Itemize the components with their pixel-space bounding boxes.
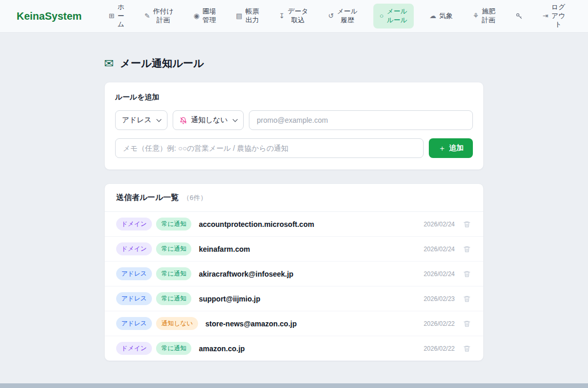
nav-item-label: ホーム (118, 3, 124, 30)
rule-address: akiracraftwork@infoseek.jp (199, 270, 293, 278)
address-input[interactable] (249, 110, 473, 130)
rule-action-badge: 常に通知 (156, 342, 191, 355)
add-rule-row-2: ＋ 追加 (115, 138, 473, 158)
nav-item-weather[interactable]: ☁気象 (425, 9, 457, 24)
trash-icon (463, 344, 471, 353)
nav-item-label: メール履歴 (337, 7, 358, 25)
trash-icon (463, 320, 471, 328)
page-title: ✉ メール通知ルール (104, 56, 484, 70)
rule-row: ドメイン常に通知amazon.co.jp2026/02/22 (105, 336, 483, 361)
nav-item-report-output[interactable]: ▤帳票出力 (232, 4, 263, 28)
horizontal-scrollbar[interactable] (0, 383, 588, 388)
rule-action-badge: 常に通知 (156, 242, 191, 255)
download-icon: ↧ (279, 12, 285, 21)
trash-icon (463, 220, 471, 228)
delete-rule-button[interactable] (462, 294, 472, 304)
rule-date: 2026/02/23 (424, 295, 455, 303)
document-icon: ▤ (236, 12, 242, 21)
delete-rule-button[interactable] (462, 343, 472, 354)
trash-icon (463, 270, 471, 278)
add-rule-button-label: 追加 (449, 143, 464, 153)
pin-icon: ◉ (193, 12, 199, 21)
rules-list: ドメイン常に通知accountprotection.microsoft.com2… (105, 212, 483, 361)
rule-address: keinafarm.com (199, 245, 250, 253)
rule-type-badge: アドレス (116, 292, 152, 305)
nav-item-label: 施肥計画 (482, 7, 495, 25)
chevron-down-icon (157, 117, 162, 122)
top-nav: KeinaSystem ⊞ホーム✎作付け計画◉圃場管理▤帳票出力↧データ取込↺メ… (0, 0, 588, 33)
cloud-icon: ☁ (429, 12, 436, 21)
pencil-icon: ✎ (144, 12, 150, 21)
trash-icon (463, 245, 471, 253)
rule-row: ドメイン常に通知keinafarm.com2026/02/24 (105, 237, 483, 262)
nav-item-planting-plan[interactable]: ✎作付け計画 (140, 4, 177, 28)
main-content: ✉ メール通知ルール ルールを追加 アドレス (0, 33, 588, 361)
key-icon (515, 12, 523, 20)
rules-list-card: 送信者ルール一覧 （6件） ドメイン常に通知accountprotection.… (104, 183, 484, 361)
rule-address: amazon.co.jp (199, 344, 245, 353)
nav-item-label: ログアウト (551, 3, 565, 30)
rule-action-badge: 通知しない (156, 317, 198, 330)
rule-date: 2026/02/24 (424, 246, 455, 253)
add-rule-card: ルールを追加 アドレス 通知しない (104, 82, 484, 170)
nav-item-label: 気象 (439, 12, 453, 21)
trash-icon (463, 295, 471, 303)
delete-rule-button[interactable] (462, 269, 472, 279)
home-icon: ⊞ (109, 12, 115, 21)
add-rule-heading: ルールを追加 (115, 93, 473, 102)
rule-row: アドレス通知しないstore-news@amazon.co.jp2026/02/… (105, 311, 483, 336)
delete-rule-button[interactable] (462, 244, 472, 254)
nav-item-fertilizer-plan[interactable]: ⚘施肥計画 (469, 4, 500, 28)
rule-row: アドレス常に通知support@iijmio.jp2026/02/23 (105, 286, 483, 311)
nav-item-api-key[interactable] (511, 9, 527, 23)
nav-item-home[interactable]: ⊞ホーム (105, 0, 129, 32)
rule-address: support@iijmio.jp (199, 295, 260, 303)
rule-row: アドレス常に通知akiracraftwork@infoseek.jp2026/0… (105, 262, 483, 286)
rule-action-badge: 常に通知 (156, 267, 191, 280)
nav-item-field-management[interactable]: ◉圃場管理 (189, 4, 220, 28)
nav-item-logout[interactable]: ⇥ログアウト (538, 0, 569, 32)
nav-items: ⊞ホーム✎作付け計画◉圃場管理▤帳票出力↧データ取込↺メール履歴○メールルール☁… (105, 0, 569, 32)
rule-type-select-value: アドレス (122, 116, 151, 125)
rule-type-badge: アドレス (116, 317, 152, 330)
rules-count: （6件） (183, 193, 207, 203)
rule-action-select[interactable]: 通知しない (173, 110, 244, 130)
rule-type-badge: ドメイン (116, 242, 152, 255)
history-icon: ↺ (328, 12, 334, 21)
nav-item-data-import[interactable]: ↧データ取込 (275, 4, 313, 28)
nav-item-label: 作付け計画 (153, 7, 173, 25)
rule-address: accountprotection.microsoft.com (199, 220, 314, 228)
chevron-down-icon (233, 117, 238, 122)
rule-action-badge: 常に通知 (156, 218, 191, 231)
nav-item-label: 帳票出力 (245, 7, 259, 25)
bell-icon: ○ (380, 12, 384, 21)
nav-item-mail-history[interactable]: ↺メール履歴 (324, 4, 362, 28)
rule-type-badge: ドメイン (116, 218, 152, 231)
plus-icon: ＋ (438, 143, 446, 153)
rule-row: ドメイン常に通知accountprotection.microsoft.com2… (105, 212, 483, 237)
logout-icon: ⇥ (542, 12, 548, 21)
rule-date: 2026/02/24 (424, 270, 455, 278)
delete-rule-button[interactable] (462, 219, 472, 229)
rule-date: 2026/02/22 (424, 320, 455, 327)
rule-action-badge: 常に通知 (156, 292, 191, 305)
rule-type-badge: ドメイン (116, 342, 152, 355)
mail-icon: ✉ (104, 57, 114, 70)
add-rule-button[interactable]: ＋ 追加 (429, 138, 473, 158)
brand-logo[interactable]: KeinaSystem (17, 10, 82, 22)
nav-item-label: データ取込 (288, 7, 309, 25)
nav-item-label: メールルール (387, 7, 408, 25)
rule-action-select-value: 通知しない (191, 116, 228, 125)
nav-item-label: 圃場管理 (203, 7, 216, 25)
add-rule-row-1: アドレス 通知しない (115, 110, 473, 130)
rule-date: 2026/02/22 (424, 345, 455, 352)
rule-type-select[interactable]: アドレス (115, 110, 167, 130)
rule-type-badge: アドレス (116, 267, 152, 280)
memo-input[interactable] (115, 138, 424, 158)
sprout-icon: ⚘ (473, 12, 479, 21)
bell-muted-icon (179, 117, 187, 124)
delete-rule-button[interactable] (462, 319, 472, 329)
rule-date: 2026/02/24 (424, 221, 455, 228)
nav-item-mail-rules[interactable]: ○メールルール (373, 4, 413, 28)
rules-list-header: 送信者ルール一覧 （6件） (105, 184, 483, 212)
